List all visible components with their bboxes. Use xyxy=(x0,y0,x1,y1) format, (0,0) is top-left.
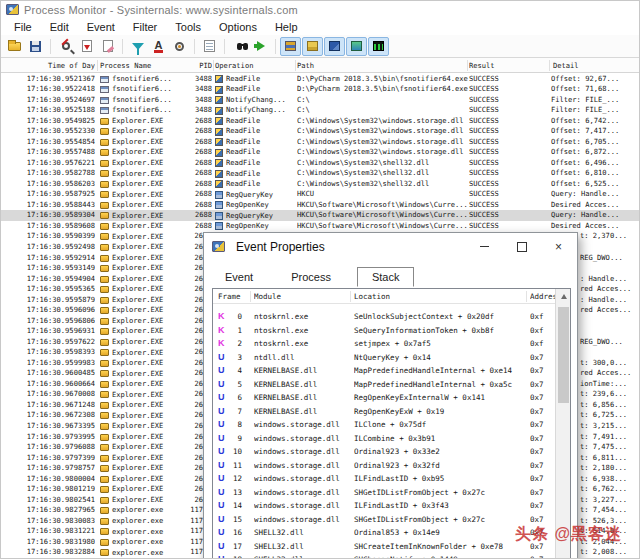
stack-frame-row[interactable]: U11windows.storage.dllOrdinal923 + 0x32f… xyxy=(213,459,556,473)
app-icon xyxy=(6,4,19,15)
stack-column-address[interactable]: Address xyxy=(530,289,556,304)
column-divider[interactable] xyxy=(213,60,214,71)
column-detail[interactable]: Detail xyxy=(553,58,639,73)
column-path[interactable]: Path xyxy=(297,58,465,73)
frame-number: 2 xyxy=(227,337,242,351)
clear-button[interactable] xyxy=(97,37,118,56)
stack-frame-row[interactable]: U15windows.storage.dllSHGetIDListFromObj… xyxy=(213,513,556,527)
result-cell: SUCCESS xyxy=(469,221,541,232)
menu-options[interactable]: Options xyxy=(210,20,266,34)
frame-cell: U4 xyxy=(218,364,250,378)
event-row[interactable]: 17:16:30.9524697fsnotifier6...3488Notify… xyxy=(1,95,640,106)
watermark-text: 头条 @黑客迷 xyxy=(515,524,622,545)
minimize-button[interactable] xyxy=(466,233,503,260)
column-divider[interactable] xyxy=(97,60,98,71)
stack-frame-row[interactable]: K1ntoskrnl.exeSeQueryInformationToken + … xyxy=(213,324,556,338)
event-row[interactable]: 17:16:30.9549825Explorer.EXE2688ReadFile… xyxy=(1,116,640,127)
show-profiling-events-toggle[interactable] xyxy=(368,37,389,56)
time-of-day-cell: 17:16:30.9521367 xyxy=(1,74,95,85)
folder-icon xyxy=(100,370,109,377)
stack-frame-row[interactable]: U5KERNELBASE.dllMapPredefinedHandleInter… xyxy=(213,378,556,392)
column-divider[interactable] xyxy=(467,60,468,71)
column-divider[interactable] xyxy=(295,60,296,71)
capture-button[interactable] xyxy=(55,37,76,56)
stack-column-divider[interactable] xyxy=(250,291,251,302)
stack-column-frame[interactable]: Frame xyxy=(218,289,250,304)
stack-frame-row[interactable]: U3ntdll.dllNtQueryKey + 0x140x7 xyxy=(213,351,556,365)
menu-help[interactable]: Help xyxy=(266,20,307,34)
event-row[interactable]: 17:16:30.9576221Explorer.EXE2688ReadFile… xyxy=(1,158,640,169)
include-process-button[interactable] xyxy=(169,37,190,56)
tab-stack[interactable]: Stack xyxy=(357,267,415,287)
stack-frame-row[interactable]: U8windows.storage.dllILClone + 0x75df0x7 xyxy=(213,418,556,432)
menu-tools[interactable]: Tools xyxy=(166,20,210,34)
stack-frame-row[interactable]: U14windows.storage.dllILFindLastID + 0x3… xyxy=(213,499,556,513)
scrollbar-thumb[interactable] xyxy=(558,307,569,403)
address-cell: 0x7 xyxy=(530,351,554,365)
jump-to-button[interactable] xyxy=(250,37,271,56)
stack-column-divider[interactable] xyxy=(526,291,527,302)
autoscroll-button[interactable] xyxy=(76,37,97,56)
column-divider[interactable] xyxy=(549,60,550,71)
menu-file[interactable]: File xyxy=(5,20,41,34)
folder-icon xyxy=(100,465,109,472)
result-cell: SUCCESS xyxy=(469,84,541,95)
show-registry-activity-toggle[interactable] xyxy=(280,37,301,56)
column-result[interactable]: Result xyxy=(469,58,541,73)
event-row[interactable]: 17:16:30.9554854Explorer.EXE2688ReadFile… xyxy=(1,137,640,148)
show-process-thread-activity-toggle[interactable] xyxy=(346,37,367,56)
stack-frame-row[interactable]: K0ntoskrnl.exeSeUnlockSubjectContext + 0… xyxy=(213,310,556,324)
menu-event[interactable]: Event xyxy=(78,20,124,34)
event-row[interactable]: 17:16:30.9589304Explorer.EXE2688RegQuery… xyxy=(1,210,640,221)
event-row[interactable]: 17:16:30.9586203Explorer.EXE2688ReadFile… xyxy=(1,179,640,190)
tab-process[interactable]: Process xyxy=(279,268,343,286)
filter-button[interactable] xyxy=(127,37,148,56)
stack-frame-row[interactable]: U13windows.storage.dllSHGetIDListFromObj… xyxy=(213,486,556,500)
tab-event[interactable]: Event xyxy=(213,268,265,286)
stack-frame-row[interactable]: U16SHELL32.dllOrdinal853 + 0x14e90x7 xyxy=(213,526,556,540)
module-cell: SHELL32.dll xyxy=(254,553,351,559)
event-row[interactable]: 17:16:30.9525188fsnotifier6...3488Notify… xyxy=(1,105,640,116)
find-button[interactable] xyxy=(229,37,250,56)
event-row[interactable]: 17:16:30.9582788Explorer.EXE2688ReadFile… xyxy=(1,168,640,179)
show-file-system-activity-toggle[interactable] xyxy=(302,37,323,56)
event-row[interactable]: 17:16:30.9521367fsnotifier6...3488ReadFi… xyxy=(1,74,640,85)
stack-frame-row[interactable]: U9windows.storage.dllILCombine + 0x3b910… xyxy=(213,432,556,446)
event-row[interactable]: 17:16:30.9557488Explorer.EXE2688ReadFile… xyxy=(1,147,640,158)
stack-scrollbar[interactable] xyxy=(555,289,570,559)
save-button[interactable] xyxy=(25,37,46,56)
column-time-of-day[interactable]: Time of Day xyxy=(1,58,95,73)
path-cell: C:\ xyxy=(297,95,468,106)
open-button[interactable] xyxy=(4,37,25,56)
event-row[interactable]: 17:16:30.9588443Explorer.EXE2688RegOpenK… xyxy=(1,200,640,211)
column-process-name[interactable]: Process Name xyxy=(100,58,180,73)
event-row[interactable]: 17:16:30.9587925Explorer.EXE2688RegQuery… xyxy=(1,189,640,200)
stack-frame-row[interactable]: U10windows.storage.dllOrdinal923 + 0x33e… xyxy=(213,445,556,459)
show-network-activity-toggle[interactable] xyxy=(324,37,345,56)
stack-frame-row[interactable]: U6KERNELBASE.dllRegOpenKeyExInternalW + … xyxy=(213,391,556,405)
menu-filter[interactable]: Filter xyxy=(124,20,166,34)
scroll-up-arrow-icon[interactable] xyxy=(556,289,571,304)
event-row[interactable]: 17:16:30.9552330Explorer.EXE2688ReadFile… xyxy=(1,126,640,137)
operation-cell: ReadFile xyxy=(215,74,295,85)
maximize-button[interactable] xyxy=(503,233,540,260)
stack-column-divider[interactable] xyxy=(350,291,351,302)
stack-frame-row[interactable]: U18SHELL32.dllSHChangeNotify + 0x14490x7 xyxy=(213,553,556,559)
stack-frame-row[interactable]: U7KERNELBASE.dllRegOpenKeyExW + 0x190x7 xyxy=(213,405,556,419)
stack-frame-row[interactable]: U12windows.storage.dllILFindLastID + 0xb… xyxy=(213,472,556,486)
stack-frame-row[interactable]: K2ntoskrnl.exesetjmpex + 0x7af50xf xyxy=(213,337,556,351)
stack-column-location[interactable]: Location xyxy=(354,289,524,304)
frame-number: 10 xyxy=(227,445,242,459)
column-pid[interactable]: PID xyxy=(179,58,212,73)
column-operation[interactable]: Operation xyxy=(215,58,293,73)
menu-edit[interactable]: Edit xyxy=(41,20,78,34)
stack-frame-row[interactable]: U4KERNELBASE.dllMapPredefinedHandleInter… xyxy=(213,364,556,378)
close-button[interactable]: × xyxy=(540,233,577,260)
event-row[interactable]: 17:16:30.9522418fsnotifier6...3488ReadFi… xyxy=(1,84,640,95)
stack-column-module[interactable]: Module xyxy=(254,289,348,304)
stack-frame-row[interactable]: U17SHELL32.dllSHCreateItemInKnownFolder … xyxy=(213,540,556,554)
folder-icon xyxy=(100,391,109,398)
highlight-button[interactable]: A xyxy=(148,37,169,56)
process-tree-button[interactable] xyxy=(199,37,220,56)
event-row[interactable]: 17:16:30.9589608Explorer.EXE2688RegOpenK… xyxy=(1,221,640,232)
